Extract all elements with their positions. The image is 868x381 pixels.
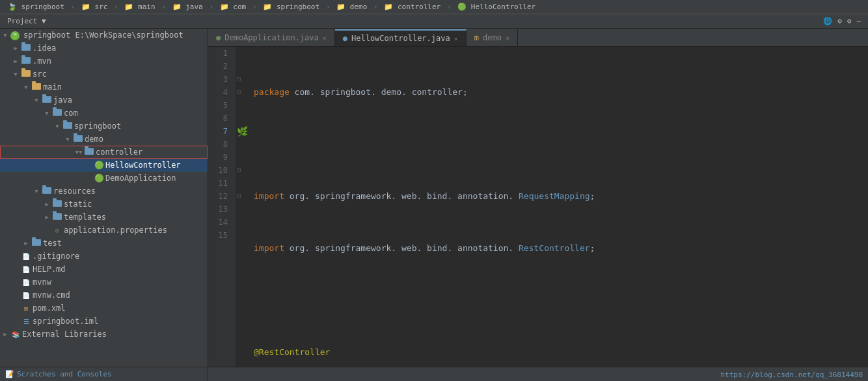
tree-label-app-properties: application.properties <box>62 226 167 235</box>
toolbar-globe[interactable]: 🌐 <box>821 17 834 25</box>
nav-springboot[interactable]: 🍃 springboot <box>5 1 67 12</box>
pkg-path-2: org. springframework. web. bind. annotat… <box>284 242 519 255</box>
code-line-6: @RestController <box>254 346 860 359</box>
collapse-icon-12[interactable]: ⊟ <box>237 190 241 203</box>
nav-demo[interactable]: 📁 demo <box>334 1 370 12</box>
tree-arrow <box>31 97 42 103</box>
line-num-15: 15 <box>211 229 233 242</box>
nav-com[interactable]: 📁 com <box>217 1 249 12</box>
tree-resources[interactable]: resources <box>0 185 208 198</box>
tree-src[interactable]: src <box>0 68 208 81</box>
nav-hellow-controller[interactable]: 🟢 HelloController <box>455 1 538 12</box>
tree-controller[interactable]: ▼ controller <box>0 146 208 159</box>
tree-label-mvnw: mvnw <box>31 278 51 287</box>
tree-arrow <box>21 240 31 246</box>
line-num-8: 8 <box>211 138 233 151</box>
class-RestController: RestController <box>519 242 590 255</box>
collapse-icon-4[interactable]: ⊟ <box>237 86 241 99</box>
tree-label-springboot: springboot E:\WorkSpace\springboot <box>22 31 183 40</box>
tree-com[interactable]: com <box>0 107 208 120</box>
nav-springboot2[interactable]: 📁 springboot <box>260 1 322 12</box>
tree-external-libraries[interactable]: 📚 External Libraries <box>0 328 208 341</box>
top-navigation-bar: 🍃 springboot › 📁 src › 📁 main › 📁 java ›… <box>0 0 868 14</box>
tree-demo[interactable]: demo <box>0 133 208 146</box>
file-icon3: 📄 <box>21 279 31 286</box>
keyword-import-1: import <box>254 190 284 203</box>
tree-main[interactable]: main <box>0 81 208 94</box>
folder-icon <box>21 70 31 79</box>
tab-close-demo[interactable]: ✕ <box>506 34 509 42</box>
tree-arrow <box>42 214 52 220</box>
project-dropdown[interactable]: Project ▼ <box>5 17 48 25</box>
tree-label-springboot-pkg: springboot <box>73 122 121 131</box>
toolbar-minimize[interactable]: — <box>854 17 863 25</box>
code-line-3: import org. springframework. web. bind. … <box>254 190 860 203</box>
tree-gitignore[interactable]: 📄 .gitignore <box>0 250 208 263</box>
tree-springboot-iml[interactable]: ☰ springboot.iml <box>0 315 208 328</box>
tab-demo[interactable]: m demo ✕ <box>467 29 518 46</box>
folder-icon <box>84 148 94 157</box>
tree-label-src: src <box>31 70 47 79</box>
iml-icon: ☰ <box>21 318 31 325</box>
file-icon2: 📄 <box>21 266 31 273</box>
scratches-icon: 📝 <box>5 370 14 378</box>
scratches-and-consoles[interactable]: 📝 Scratches and Consoles <box>0 367 208 381</box>
tab-label-hellow: HellowController.java <box>351 34 450 43</box>
tab-hellow-controller[interactable]: ● HellowController.java ✕ <box>335 29 467 46</box>
tree-mvn[interactable]: .mvn <box>0 55 208 68</box>
tree-app-properties[interactable]: ⚙ application.properties <box>0 224 208 237</box>
status-bar: https://blog.csdn.net/qq_36814498 <box>208 367 868 381</box>
tree-label-test: test <box>42 239 62 248</box>
tree-arrow <box>0 32 10 38</box>
tree-label-idea: .idea <box>31 44 56 53</box>
tree-idea[interactable]: .idea <box>0 42 208 55</box>
code-line-2 <box>254 138 860 151</box>
tree-label-static: static <box>62 200 92 209</box>
toolbar-bar: Project ▼ 🌐 ⚙ ⚙ — <box>0 14 868 29</box>
xml-icon: m <box>21 305 31 312</box>
toolbar-gear[interactable]: ⚙ <box>845 17 854 25</box>
tree-springboot-pkg[interactable]: springboot <box>0 120 208 133</box>
tree-mvnw-cmd[interactable]: 📄 mvnw.cmd <box>0 289 208 302</box>
tab-close-demo-app[interactable]: ✕ <box>323 34 327 42</box>
tree-label-controller: controller <box>94 148 142 157</box>
folder-icon <box>31 239 42 248</box>
tree-templates[interactable]: templates <box>0 211 208 224</box>
line-num-10: 10 <box>211 164 233 177</box>
tree-mvnw[interactable]: 📄 mvnw <box>0 276 208 289</box>
tree-arrow <box>0 331 10 337</box>
tree-label-pom-xml: pom.xml <box>31 304 66 313</box>
tree-java[interactable]: java <box>0 94 208 107</box>
tab-label-demo: demo <box>483 33 502 42</box>
nav-main[interactable]: 📁 main <box>122 1 157 12</box>
tree-root-springboot[interactable]: 🍃 springboot E:\WorkSpace\springboot <box>0 29 208 42</box>
collapse-icon-3[interactable]: ⊟ <box>237 73 241 86</box>
collapse-icon-10[interactable]: ⊟ <box>237 164 241 177</box>
tree-pom-xml[interactable]: m pom.xml <box>0 302 208 315</box>
folder-icon <box>73 135 83 144</box>
tree-arrow <box>21 84 31 90</box>
tab-close-hellow[interactable]: ✕ <box>454 35 458 42</box>
tree-label-resources: resources <box>52 187 96 196</box>
blog-url[interactable]: https://blog.csdn.net/qq_36814498 <box>720 371 863 379</box>
springboot-root-icon: 🍃 <box>10 30 20 40</box>
tab-demo-application[interactable]: ● DemoApplication.java ✕ <box>208 29 335 46</box>
tree-test[interactable]: test <box>0 237 208 250</box>
file-tree: 🍃 springboot E:\WorkSpace\springboot .id… <box>0 29 208 367</box>
tree-demo-application[interactable]: 🟢 DemoApplication <box>0 172 208 185</box>
code-editor[interactable]: 1 2 3 4 5 6 7 8 9 10 11 12 13 14 15 ⊟ ⊟ <box>208 47 868 367</box>
code-content[interactable]: package com. springboot. demo. controlle… <box>246 47 868 367</box>
library-icon: 📚 <box>10 331 21 338</box>
tree-help-md[interactable]: 📄 HELP.md <box>0 263 208 276</box>
tree-hellow-controller[interactable]: 🟢 HellowController <box>0 159 208 172</box>
tree-label-demo: demo <box>83 135 103 144</box>
nav-src[interactable]: 📁 src <box>79 1 111 12</box>
nav-java[interactable]: 📁 java <box>170 1 206 12</box>
tree-label-external-libraries: External Libraries <box>21 330 107 339</box>
code-line-1: package com. springboot. demo. controlle… <box>254 86 860 99</box>
toolbar-settings[interactable]: ⚙ <box>835 17 844 25</box>
tree-static[interactable]: static <box>0 198 208 211</box>
nav-controller[interactable]: 📁 controller <box>381 1 443 12</box>
tree-arrow <box>10 45 21 51</box>
package-path: com. springboot. demo. controller; <box>290 86 468 99</box>
